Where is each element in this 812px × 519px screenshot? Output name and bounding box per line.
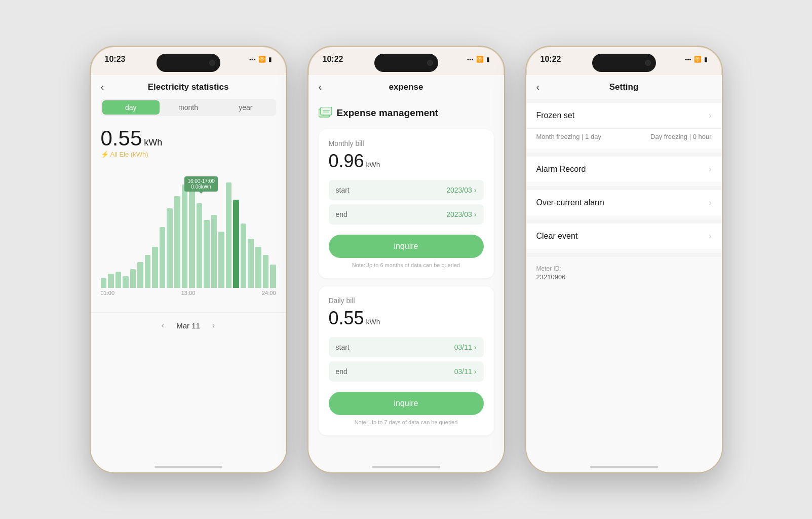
expense-content: Expense management Monthly bill 0.96 kWh… bbox=[308, 99, 504, 468]
phone-3: 10:22 ▪▪▪ 🛜 ▮ ‹ Setting Frozen set › Mon… bbox=[525, 46, 723, 473]
frozen-set-row[interactable]: Frozen set › bbox=[526, 103, 722, 129]
monthly-bill-section: Monthly bill 0.96 kWh start 2023/03 › en… bbox=[319, 129, 494, 278]
nav-bar-3: ‹ Setting bbox=[526, 75, 722, 99]
monthly-start-value: 2023/03 › bbox=[446, 186, 476, 194]
tab-month[interactable]: month bbox=[160, 100, 217, 115]
bar-22 bbox=[263, 255, 269, 288]
setting-content: Frozen set › Month freezing | 1 day Day … bbox=[526, 99, 722, 468]
nav-bar-1: ‹ Electricity statistics bbox=[91, 75, 286, 99]
divider-3 bbox=[526, 219, 722, 224]
monthly-end-value: 2023/03 › bbox=[446, 210, 476, 218]
back-button-2[interactable]: ‹ bbox=[319, 81, 322, 93]
signal-icon-2: ▪▪▪ bbox=[467, 56, 474, 63]
bar-18 bbox=[233, 200, 239, 288]
over-current-chevron: › bbox=[709, 198, 711, 207]
monthly-bill-value: 0.96 kWh bbox=[329, 151, 484, 172]
daily-start-value: 03/11 › bbox=[454, 343, 477, 351]
date-prev-btn[interactable]: ‹ bbox=[162, 321, 164, 330]
monthly-end-chevron: › bbox=[474, 210, 477, 218]
daily-end-value: 03/11 › bbox=[454, 367, 477, 376]
bar-3 bbox=[123, 276, 129, 288]
daily-inquire-btn[interactable]: inquire bbox=[329, 392, 484, 415]
status-time-1: 10:23 bbox=[105, 54, 126, 64]
bar-11 bbox=[182, 184, 188, 288]
daily-kwh-unit: kWh bbox=[366, 318, 380, 326]
monthly-start-chevron: › bbox=[474, 186, 477, 194]
day-freezing-item: Day freezing | 0 hour bbox=[650, 133, 711, 140]
page-title-2: expense bbox=[308, 82, 504, 92]
bar-13 bbox=[197, 203, 203, 288]
daily-start-label: start bbox=[336, 343, 350, 351]
daily-end-row[interactable]: end 03/11 › bbox=[329, 361, 484, 382]
daily-start-row[interactable]: start 03/11 › bbox=[329, 337, 484, 357]
bar-19 bbox=[241, 224, 247, 288]
chart-tooltip: 16:00-17:00 0.06kWh bbox=[184, 176, 217, 192]
bar-21 bbox=[255, 247, 261, 288]
meter-id-section: Meter ID: 23210906 bbox=[526, 257, 722, 289]
date-next-btn[interactable]: › bbox=[212, 321, 215, 330]
status-icons-3: ▪▪▪ 🛜 ▮ bbox=[685, 54, 708, 63]
page-title-3: Setting bbox=[526, 82, 722, 92]
daily-kwh-number: 0.55 bbox=[329, 308, 364, 329]
monthly-kwh-unit: kWh bbox=[366, 161, 380, 169]
tooltip-value: 0.06kWh bbox=[187, 184, 214, 190]
bar-6 bbox=[145, 255, 151, 288]
frozen-chevron: › bbox=[709, 111, 711, 120]
frozen-set-group: Frozen set › Month freezing | 1 day Day … bbox=[526, 103, 722, 149]
daily-start-chevron: › bbox=[474, 343, 477, 351]
monthly-kwh-number: 0.96 bbox=[329, 151, 364, 172]
phone-2: 10:22 ▪▪▪ 🛜 ▮ ‹ expense Expense manageme… bbox=[307, 46, 505, 473]
battery-icon-1: ▮ bbox=[268, 56, 272, 63]
daily-bill-value: 0.55 kWh bbox=[329, 308, 484, 329]
meter-id-label: Meter ID: bbox=[536, 265, 712, 272]
monthly-start-label: start bbox=[336, 186, 350, 194]
divider-4 bbox=[526, 253, 722, 257]
frozen-set-label: Frozen set bbox=[536, 111, 575, 120]
expense-header: Expense management bbox=[319, 107, 494, 119]
monthly-end-label: end bbox=[336, 210, 347, 218]
monthly-end-row[interactable]: end 2023/03 › bbox=[329, 204, 484, 225]
dynamic-island-1 bbox=[157, 54, 220, 72]
dynamic-island-3 bbox=[592, 54, 656, 72]
battery-icon-2: ▮ bbox=[486, 56, 490, 63]
expense-title: Expense management bbox=[337, 107, 439, 119]
status-icons-2: ▪▪▪ 🛜 ▮ bbox=[467, 54, 490, 63]
screen-1: ‹ Electricity statistics day month year … bbox=[91, 75, 286, 472]
clear-event-group: Clear event › bbox=[526, 224, 722, 249]
tooltip-time: 16:00-17:00 bbox=[187, 178, 214, 184]
tab-day[interactable]: day bbox=[102, 100, 160, 115]
bar-5 bbox=[137, 262, 143, 288]
divider-top bbox=[526, 99, 722, 103]
signal-icon-3: ▪▪▪ bbox=[685, 56, 691, 63]
over-current-row[interactable]: Over-current alarm › bbox=[526, 190, 722, 215]
daily-end-chevron: › bbox=[474, 367, 477, 376]
signal-icon-1: ▪▪▪ bbox=[249, 56, 256, 63]
x-label-3: 24:00 bbox=[262, 290, 276, 296]
home-indicator-1 bbox=[154, 466, 222, 468]
kwh-unit: kWh bbox=[144, 137, 162, 148]
wifi-icon-3: 🛜 bbox=[694, 56, 702, 63]
over-current-group: Over-current alarm › bbox=[526, 190, 722, 215]
page-title-1: Electricity statistics bbox=[91, 82, 286, 92]
status-icons-1: ▪▪▪ 🛜 ▮ bbox=[249, 54, 272, 63]
bar-9 bbox=[167, 208, 173, 288]
over-current-label: Over-current alarm bbox=[536, 198, 604, 207]
monthly-start-row[interactable]: start 2023/03 › bbox=[329, 180, 484, 200]
monthly-bill-label: Monthly bill bbox=[329, 139, 484, 147]
frozen-sub-row: Month freezing | 1 day Day freezing | 0 … bbox=[526, 129, 722, 149]
month-freezing-item: Month freezing | 1 day bbox=[536, 133, 601, 140]
bar-15 bbox=[211, 215, 217, 288]
back-button-1[interactable]: ‹ bbox=[101, 81, 104, 93]
alarm-record-row[interactable]: Alarm Record › bbox=[526, 157, 722, 182]
chart-x-labels: 01:00 13:00 24:00 bbox=[99, 288, 278, 296]
bar-4 bbox=[130, 269, 136, 288]
nav-bar-2: ‹ expense bbox=[308, 75, 504, 99]
wifi-icon-1: 🛜 bbox=[258, 56, 266, 63]
monthly-inquire-btn[interactable]: inquire bbox=[329, 235, 484, 258]
clear-event-row[interactable]: Clear event › bbox=[526, 224, 722, 249]
alarm-record-label: Alarm Record bbox=[536, 165, 586, 174]
divider-1 bbox=[526, 153, 722, 157]
back-button-3[interactable]: ‹ bbox=[536, 81, 540, 93]
monthly-note: Note:Up to 6 months of data can be queri… bbox=[329, 262, 484, 268]
tab-year[interactable]: year bbox=[217, 100, 274, 115]
